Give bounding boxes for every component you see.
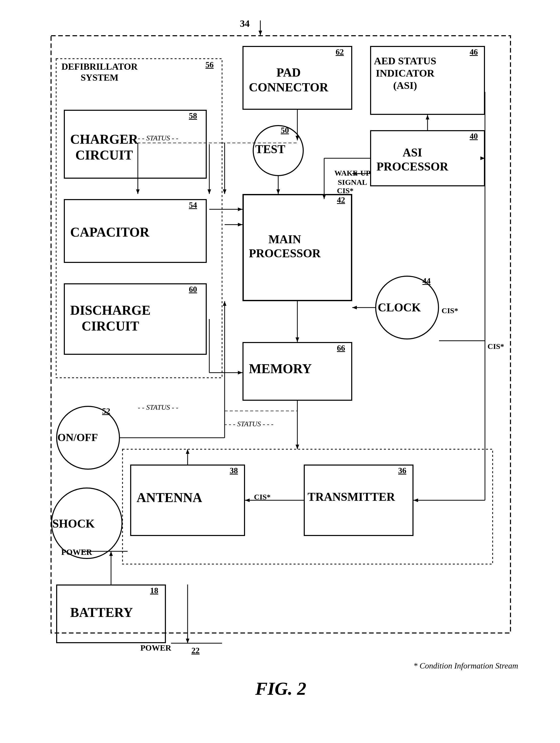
svg-text:- - STATUS - -: - - STATUS - -: [138, 403, 178, 411]
antenna-num: 38: [230, 466, 238, 475]
defib-system-label: DEFIBRILLATORSYSTEM: [59, 61, 140, 83]
power-label-1: POWER: [61, 548, 92, 557]
svg-marker-23: [352, 306, 357, 309]
svg-marker-39: [414, 498, 418, 502]
transmitter-num: 36: [398, 466, 406, 475]
onoff-num: 52: [102, 406, 110, 416]
discharge-num: 60: [189, 285, 197, 294]
svg-marker-10: [223, 189, 226, 194]
battery-label: BATTERY: [70, 605, 133, 620]
charger-circuit-label: CHARGERCIRCUIT: [70, 131, 138, 163]
cis-label-4: CIS*: [254, 493, 270, 501]
antenna-label: ANTENNA: [136, 490, 202, 505]
main-num: 42: [337, 195, 345, 205]
discharge-circuit-label: DISCHARGECIRCUIT: [70, 302, 150, 334]
diagram-area: - - STATUS - - - - STATUS - - - - - STAT…: [31, 15, 531, 704]
power-label-2: POWER: [140, 643, 171, 653]
svg-marker-36: [296, 445, 299, 449]
svg-marker-51: [136, 189, 140, 194]
svg-marker-14: [276, 189, 280, 194]
svg-marker-12: [208, 189, 211, 194]
pad-connector-label: PADCONNECTOR: [249, 65, 328, 94]
asi-processor-label: ASIPROCESSOR: [377, 145, 448, 174]
defib-num: 56: [206, 60, 214, 70]
svg-marker-58: [238, 223, 243, 226]
cis-label-2: CIS*: [441, 306, 458, 315]
test-label: TEST: [255, 142, 285, 156]
svg-marker-33: [223, 301, 226, 306]
svg-marker-21: [296, 338, 299, 342]
aed-status-label: AED STATUSINDICATOR(ASI): [374, 55, 436, 92]
svg-marker-45: [109, 551, 113, 556]
clock-num: 44: [422, 276, 431, 286]
memory-num: 66: [337, 343, 345, 353]
charger-num: 58: [189, 111, 197, 121]
wake-up-signal-label: WAKE-UPSIGNAL: [334, 169, 371, 187]
clock-label: CLOCK: [378, 301, 421, 314]
svg-marker-54: [238, 371, 243, 375]
svg-marker-41: [245, 498, 250, 502]
asi-num: 40: [470, 131, 478, 141]
capacitor-label: CAPACITOR: [70, 225, 149, 240]
test-num: 50: [281, 126, 289, 135]
svg-marker-30: [426, 115, 429, 120]
cis-label-3: CIS*: [487, 342, 504, 351]
page: - - STATUS - - - - STATUS - - - - - STAT…: [0, 0, 560, 743]
svg-text:- - - STATUS - - -: - - - STATUS - - -: [225, 420, 273, 428]
svg-marker-48: [186, 639, 189, 643]
shock-label: SHOCK: [52, 517, 95, 530]
memory-label: MEMORY: [249, 361, 312, 376]
svg-marker-4: [259, 31, 262, 35]
onoff-label: ON/OFF: [57, 431, 98, 444]
main-processor-label: MAINPROCESSOR: [249, 232, 320, 260]
ref-34: 34: [240, 18, 250, 29]
pad-num: 62: [336, 47, 344, 57]
fig-caption: FIG. 2: [255, 678, 306, 699]
cap-num: 54: [189, 201, 197, 210]
footnote: * Condition Information Stream: [414, 661, 518, 670]
aed-num: 46: [470, 47, 478, 57]
svg-marker-43: [186, 449, 189, 454]
ref-22: 22: [191, 646, 200, 655]
svg-marker-56: [238, 208, 243, 211]
cis-label-1: CIS*: [337, 186, 353, 195]
battery-num: 18: [150, 586, 158, 595]
transmitter-label: TRANSMITTER: [308, 490, 395, 504]
